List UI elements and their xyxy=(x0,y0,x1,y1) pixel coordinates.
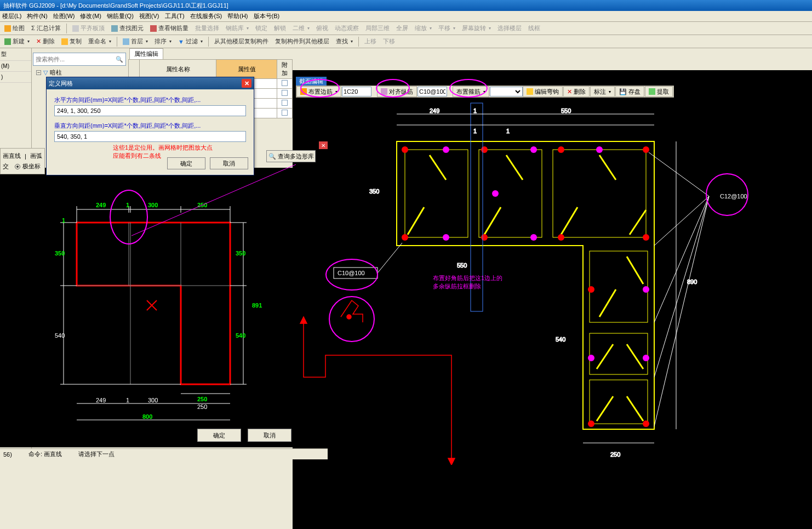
h-spacing-label: 水平方向间距(mm)=X间距*个数,间距,间距*个数,间距,... xyxy=(54,96,246,104)
panel-row-type[interactable]: 型 xyxy=(0,48,31,61)
svg-text:1: 1 xyxy=(126,202,129,208)
tb-2d[interactable]: 二维 xyxy=(290,24,312,33)
checkbox[interactable] xyxy=(282,90,288,96)
tb-floor[interactable]: 首层 xyxy=(121,37,150,46)
sec-label-btn[interactable]: 标注 xyxy=(590,86,615,97)
tb-findg[interactable]: 查找图元 xyxy=(109,24,146,33)
menu-bar: 楼层(L) 构件(N) 绘图(W) 修改(M) 钢筋量(Q) 视图(V) 工具(… xyxy=(0,11,812,22)
menu-draw[interactable]: 绘图(W) xyxy=(53,12,75,20)
checkbox[interactable] xyxy=(282,110,288,116)
search-input[interactable] xyxy=(36,56,116,62)
sec-del-btn[interactable]: ✕删除 xyxy=(563,86,590,97)
tb-copy[interactable]: 复制 xyxy=(59,37,84,46)
sec-stirrup-select[interactable] xyxy=(490,87,523,96)
tb-flat[interactable]: 平齐板顶 xyxy=(70,24,107,33)
svg-line-50 xyxy=(599,155,616,180)
dialog-title-text: 定义网格 xyxy=(49,79,73,88)
menu-view[interactable]: 视图(V) xyxy=(139,12,159,20)
search-icon[interactable]: 🔍 xyxy=(116,56,123,63)
prop-col-add: 附加 xyxy=(277,60,293,79)
tb-new[interactable]: 新建 xyxy=(2,37,32,46)
menu-help[interactable]: 帮助(H) xyxy=(227,12,248,20)
checkbox[interactable] xyxy=(282,100,288,106)
sec-edge-input[interactable] xyxy=(342,87,371,96)
tb-rebarlib[interactable]: 钢筋库 xyxy=(224,24,251,33)
tb-up[interactable]: 上移 xyxy=(362,37,379,46)
tb-del[interactable]: ✕删除 xyxy=(34,37,57,46)
radio-polar[interactable] xyxy=(15,164,20,169)
mode-arc[interactable]: 画弧 xyxy=(30,152,42,160)
mode-line[interactable]: 画直线 xyxy=(3,152,21,160)
tb-filter[interactable]: ▼过滤 xyxy=(176,37,205,46)
tb-zoom[interactable]: 缩放 xyxy=(413,24,434,33)
sec-align-btn[interactable]: 对齐纵筋 xyxy=(377,86,417,97)
dialog-titlebar[interactable]: 定义网格 ✕ xyxy=(47,77,254,89)
svg-text:891: 891 xyxy=(252,302,262,309)
query-polygon-button[interactable]: 🔍查询多边形库 xyxy=(266,150,316,162)
tb-copyto[interactable]: 复制构件到其他楼层 xyxy=(273,37,331,46)
tb-unlock[interactable]: 解锁 xyxy=(272,24,288,33)
menu-online[interactable]: 在线服务(S) xyxy=(190,12,222,20)
sec-extract-btn[interactable]: 提取 xyxy=(645,86,673,97)
filter-icon: ▼ xyxy=(178,38,184,45)
find-icon xyxy=(111,25,118,32)
menu-component[interactable]: 构件(N) xyxy=(27,12,47,20)
prop-col-value: 属性值 xyxy=(216,60,277,79)
property-tab[interactable]: 属性编辑 xyxy=(129,48,163,59)
tb-full[interactable]: 全屏 xyxy=(394,24,410,33)
svg-text:350: 350 xyxy=(236,250,245,257)
tb-sort[interactable]: 排序 xyxy=(152,37,174,46)
tree-root[interactable]: − ▽ 暗柱 xyxy=(33,67,126,78)
ok-button[interactable]: 确定 xyxy=(197,429,241,442)
menu-rebar[interactable]: 钢筋量(Q) xyxy=(107,12,134,20)
sec-edge-btn[interactable]: 布置边筋 xyxy=(296,86,341,97)
v-spacing-input[interactable] xyxy=(54,131,246,142)
tb-draw[interactable]: 绘图 xyxy=(2,24,27,33)
save-icon: 💾 xyxy=(619,88,627,95)
tb-viewrebar[interactable]: 查看钢筋量 xyxy=(148,24,191,33)
delete-icon: ✕ xyxy=(567,88,572,95)
title-bar: 抽样软件 GGJ2009 - [d:\My Documents\GrandSof… xyxy=(0,0,812,11)
tb-lock[interactable]: 锁定 xyxy=(253,24,270,33)
panel-row-blank[interactable]: ) xyxy=(0,72,31,83)
svg-text:C10@100: C10@100 xyxy=(338,270,365,276)
checkbox[interactable] xyxy=(282,80,288,86)
section-toolbar: 布置边筋 对齐纵筋 布置箍筋 编辑弯钩 ✕删除 标注 💾存盘 提取 xyxy=(296,86,674,98)
sec-edithook-btn[interactable]: 编辑弯钩 xyxy=(523,86,563,97)
menu-floor[interactable]: 楼层(L) xyxy=(2,12,21,20)
svg-line-56 xyxy=(597,396,613,421)
tb-find[interactable]: 查找 xyxy=(334,37,355,46)
tb-persp[interactable]: 俯视 xyxy=(314,24,330,33)
panel-row-m[interactable]: (M) xyxy=(0,61,31,72)
mode-ortho[interactable]: 交 xyxy=(3,162,9,170)
sec-stirrup-btn[interactable]: 布置箍筋 xyxy=(453,86,489,97)
panel-close-button[interactable]: ✕ xyxy=(319,141,328,149)
tb-wireframe[interactable]: 线框 xyxy=(526,24,542,33)
tb-dyn[interactable]: 动态观察 xyxy=(333,24,361,33)
tb-pan[interactable]: 平移 xyxy=(436,24,458,33)
svg-point-60 xyxy=(481,146,488,153)
dialog-cancel-button[interactable]: 取消 xyxy=(210,157,248,169)
component-search[interactable]: 🔍 xyxy=(33,53,126,66)
tb-down[interactable]: 下移 xyxy=(381,37,397,46)
tb-rename[interactable]: 重命名 xyxy=(86,37,113,46)
svg-text:550: 550 xyxy=(457,262,467,269)
tb-copyfrom[interactable]: 从其他楼层复制构件 xyxy=(212,37,271,46)
menu-version[interactable]: 版本号(B) xyxy=(254,12,280,20)
dialog-close-button[interactable]: ✕ xyxy=(242,79,251,88)
h-spacing-input[interactable] xyxy=(54,105,246,116)
svg-line-54 xyxy=(597,344,613,369)
tb-screenrot[interactable]: 屏幕旋转 xyxy=(460,24,493,33)
tb-batch[interactable]: 批量选择 xyxy=(193,24,221,33)
sec-align-input[interactable] xyxy=(418,87,447,96)
tree-collapse-icon[interactable]: − xyxy=(36,70,41,75)
menu-modify[interactable]: 修改(M) xyxy=(80,12,101,20)
sec-save-btn[interactable]: 💾存盘 xyxy=(615,86,644,97)
svg-line-95 xyxy=(378,243,402,273)
svg-text:1: 1 xyxy=(473,128,477,134)
cancel-button[interactable]: 取消 xyxy=(248,429,291,442)
tb-local3d[interactable]: 局部三维 xyxy=(363,24,392,33)
tb-sum[interactable]: Σ 汇总计算 xyxy=(29,24,63,33)
tb-selfloor[interactable]: 选择楼层 xyxy=(495,24,524,33)
menu-tool[interactable]: 工具(T) xyxy=(165,12,185,20)
